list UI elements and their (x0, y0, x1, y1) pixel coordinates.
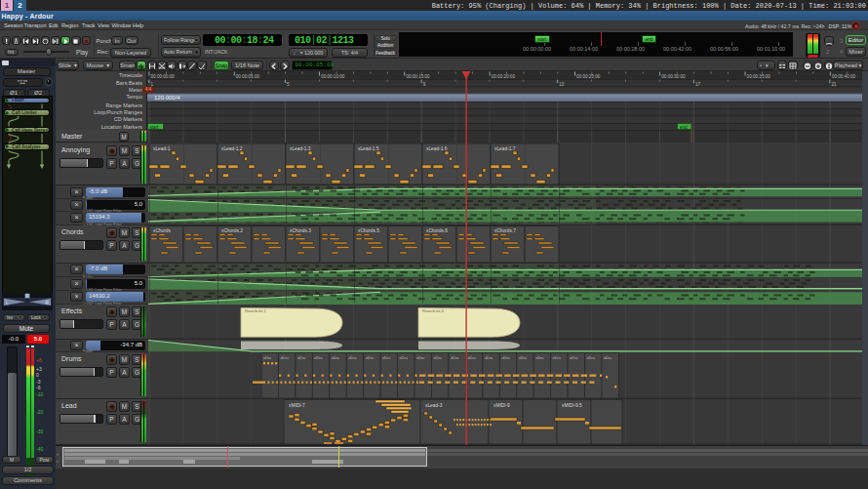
svg-text:xDru: xDru (400, 355, 408, 360)
svg-text:xMIDI-9: xMIDI-9 (493, 403, 510, 408)
svg-text:00:00:10:00: 00:00:10:00 (321, 74, 345, 79)
svg-text:21: 21 (832, 82, 838, 87)
svg-text:xDru: xDru (332, 355, 339, 360)
svg-text:00:00:15:00: 00:00:15:00 (406, 74, 430, 79)
svg-text:xLead-1.5: xLead-1.5 (358, 146, 379, 151)
svg-text:xChords.3: xChords.3 (290, 228, 311, 233)
svg-text:xChords.2: xChords.2 (221, 228, 243, 233)
svg-text:00:00:40:00: 00:00:40:00 (832, 74, 856, 79)
svg-text:xDru: xDru (314, 355, 322, 360)
svg-text:9: 9 (423, 82, 426, 87)
svg-text:xDru: xDru (553, 355, 561, 360)
svg-text:xDru: xDru (604, 355, 612, 360)
svg-text:xChords: xChords (153, 228, 171, 233)
svg-text:xLead-1.6: xLead-1.6 (426, 146, 448, 151)
svg-text:xDru: xDru (570, 355, 577, 360)
svg-text:xDru: xDru (467, 355, 475, 360)
svg-text:xLead-1.7: xLead-1.7 (494, 146, 516, 151)
svg-text:start: start (150, 125, 160, 130)
svg-text:xDru: xDru (416, 355, 424, 360)
svg-text:xDru: xDru (434, 355, 442, 360)
svg-text:xMIDI-9.5: xMIDI-9.5 (562, 403, 582, 408)
svg-text:xDru: xDru (382, 355, 390, 360)
svg-text:00:00:00:00: 00:00:00:00 (151, 74, 176, 79)
svg-text:xChords.6: xChords.6 (426, 228, 448, 233)
svg-text:xDru: xDru (587, 355, 595, 360)
svg-text:00:00:30:00: 00:00:30:00 (661, 74, 686, 79)
svg-text:xDru: xDru (501, 355, 509, 360)
svg-text:xDru: xDru (485, 355, 493, 360)
svg-text:xLead-3: xLead-3 (425, 403, 443, 408)
svg-text:xDru: xDru (280, 355, 288, 360)
svg-text:xDru: xDru (535, 355, 543, 360)
svg-text:xDru: xDru (451, 355, 458, 360)
svg-text:5: 5 (287, 82, 290, 87)
svg-text:13: 13 (559, 82, 565, 87)
svg-text:xMIDI-7: xMIDI-7 (289, 403, 305, 408)
svg-text:Reverb-kit-3: Reverb-kit-3 (422, 308, 445, 313)
svg-text:17: 17 (695, 82, 701, 87)
svg-text:xLead-1.3: xLead-1.3 (290, 146, 311, 151)
svg-text:xDru: xDru (263, 355, 271, 360)
svg-text:xLead-1: xLead-1 (153, 146, 171, 151)
svg-text:end: end (680, 125, 688, 130)
svg-text:00:00:35:00: 00:00:35:00 (747, 74, 771, 79)
svg-text:xDru: xDru (366, 355, 374, 360)
svg-text:00:00:05:00: 00:00:05:00 (236, 74, 260, 79)
svg-text:xDru: xDru (297, 355, 305, 360)
svg-text:xChords.7: xChords.7 (494, 228, 516, 233)
svg-text:Reverb-kit-1: Reverb-kit-1 (245, 308, 267, 313)
svg-text:L: L (6, 301, 9, 306)
svg-text:xDru: xDru (348, 355, 356, 360)
svg-text:xLead-1.2: xLead-1.2 (221, 146, 243, 151)
svg-text:00:00:25:00: 00:00:25:00 (576, 74, 601, 79)
svg-text:xDru: xDru (519, 355, 527, 360)
svg-text:120.000/4: 120.000/4 (154, 95, 180, 101)
svg-text:00:00:20:00: 00:00:20:00 (492, 74, 516, 79)
svg-text:xChords.5: xChords.5 (358, 228, 379, 233)
